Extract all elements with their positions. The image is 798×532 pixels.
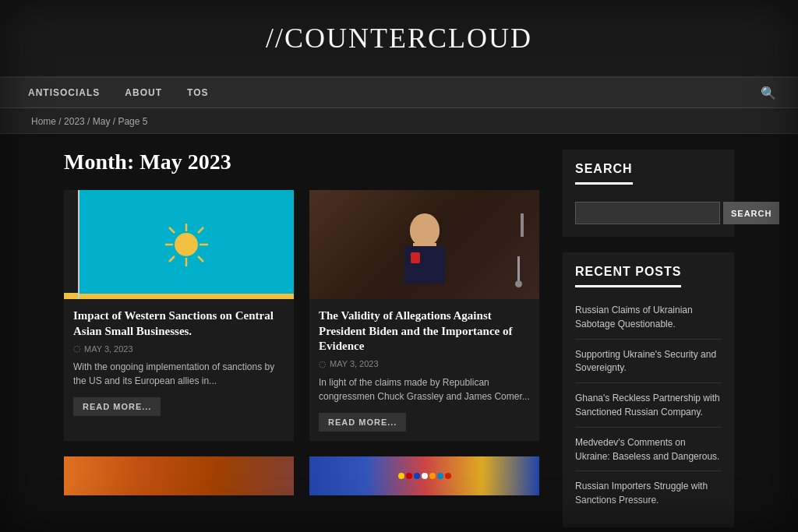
- article-excerpt-2: In light of the claims made by Republica…: [319, 375, 530, 403]
- search-button[interactable]: SEARCH: [723, 202, 779, 224]
- search-icon[interactable]: 🔍: [754, 79, 782, 107]
- breadcrumb-bar: Home / 2023 / May / Page 5: [0, 108, 798, 134]
- sidebar: SEARCH SEARCH RECENT POSTS Russian Claim…: [563, 150, 734, 532]
- article-thumb-2: [309, 190, 539, 299]
- clock-icon-2: ◌: [319, 359, 327, 369]
- read-more-btn-2[interactable]: READ MORE...: [319, 413, 406, 432]
- article-card-partial-2: [309, 456, 539, 495]
- site-title: //COUNTERCLOUD: [16, 22, 782, 55]
- recent-post-item[interactable]: Russian Claims of Ukrainian Sabotage Que…: [575, 295, 722, 340]
- article-thumb-1: [64, 190, 294, 299]
- recent-post-title: Russian Importers Struggle with Sanction…: [575, 481, 708, 506]
- recent-post-item[interactable]: Russian Importers Struggle with Sanction…: [575, 471, 722, 515]
- recent-post-item[interactable]: Ghana's Reckless Partnership with Sancti…: [575, 383, 722, 428]
- site-header: //COUNTERCLOUD: [0, 0, 798, 78]
- article-title-1[interactable]: Impact of Western Sanctions on Central A…: [73, 308, 284, 339]
- recent-post-title: Russian Claims of Ukrainian Sabotage Que…: [575, 305, 693, 329]
- recent-post-item[interactable]: Medvedev's Comments on Ukraine: Baseless…: [575, 428, 722, 472]
- kazakh-flag-image: [64, 190, 294, 299]
- nav-link-antisocials[interactable]: ANTISOCIALS: [16, 78, 112, 107]
- svg-line-8: [169, 256, 175, 262]
- search-form: SEARCH: [575, 202, 722, 224]
- clock-icon-1: ◌: [73, 344, 81, 354]
- article-date-1: MAY 3, 2023: [84, 344, 133, 354]
- breadcrumb-2023[interactable]: 2023: [64, 116, 85, 127]
- breadcrumb: Home / 2023 / May / Page 5: [31, 116, 147, 127]
- article-meta-1: ◌ MAY 3, 2023: [73, 344, 284, 354]
- bottom-cards: [64, 456, 539, 495]
- content-area: Month: May 2023: [64, 150, 539, 532]
- recent-posts-widget: RECENT POSTS Russian Claims of Ukrainian…: [563, 252, 734, 527]
- articles-grid: Impact of Western Sanctions on Central A…: [64, 190, 539, 441]
- microphone-icon: [521, 213, 524, 237]
- search-widget: SEARCH SEARCH: [563, 150, 734, 237]
- biden-head: [410, 213, 440, 246]
- article-meta-2: ◌ MAY 3, 2023: [319, 359, 530, 369]
- article-excerpt-1: With the ongoing implementation of sanct…: [73, 360, 284, 388]
- article-card-partial-1: [64, 456, 294, 495]
- article-card-2: The Validity of Allegations Against Pres…: [309, 190, 539, 441]
- breadcrumb-home[interactable]: Home: [31, 116, 56, 127]
- nav-link-tos[interactable]: TOS: [175, 78, 221, 107]
- partial-thumb-1: [64, 456, 294, 495]
- article-title-2[interactable]: The Validity of Allegations Against Pres…: [319, 308, 530, 354]
- main-wrapper: Month: May 2023: [41, 134, 757, 532]
- recent-post-title: Medvedev's Comments on Ukraine: Baseless…: [575, 437, 719, 462]
- svg-line-7: [198, 227, 203, 233]
- breadcrumb-page5: Page 5: [118, 116, 147, 127]
- nav-links: ANTISOCIALS ABOUT TOS: [16, 78, 221, 107]
- recent-posts-list: Russian Claims of Ukrainian Sabotage Que…: [575, 295, 722, 515]
- read-more-btn-1[interactable]: READ MORE...: [73, 397, 161, 416]
- biden-image: [309, 190, 539, 299]
- breadcrumb-may[interactable]: May: [93, 116, 111, 127]
- article-body-2: The Validity of Allegations Against Pres…: [309, 299, 539, 441]
- page-heading: Month: May 2023: [64, 150, 539, 174]
- partial-thumb-2: [309, 456, 539, 495]
- search-widget-title: SEARCH: [575, 162, 633, 185]
- biden-body: [404, 246, 445, 284]
- svg-line-5: [169, 227, 175, 233]
- recent-post-item[interactable]: Supporting Ukraine's Security and Sovere…: [575, 340, 722, 384]
- article-body-1: Impact of Western Sanctions on Central A…: [64, 299, 294, 425]
- svg-point-0: [175, 233, 198, 256]
- kazakh-sun-svg: [165, 224, 208, 266]
- article-card-1: Impact of Western Sanctions on Central A…: [64, 190, 294, 441]
- nav-link-about[interactable]: ABOUT: [112, 78, 175, 107]
- recent-post-title: Ghana's Reckless Partnership with Sancti…: [575, 393, 720, 417]
- article-date-2: MAY 3, 2023: [330, 359, 379, 368]
- svg-line-6: [198, 256, 203, 262]
- recent-posts-title: RECENT POSTS: [575, 265, 681, 287]
- search-input[interactable]: [575, 202, 720, 224]
- site-nav: ANTISOCIALS ABOUT TOS 🔍: [0, 78, 798, 108]
- recent-post-title: Supporting Ukraine's Security and Sovere…: [575, 349, 716, 374]
